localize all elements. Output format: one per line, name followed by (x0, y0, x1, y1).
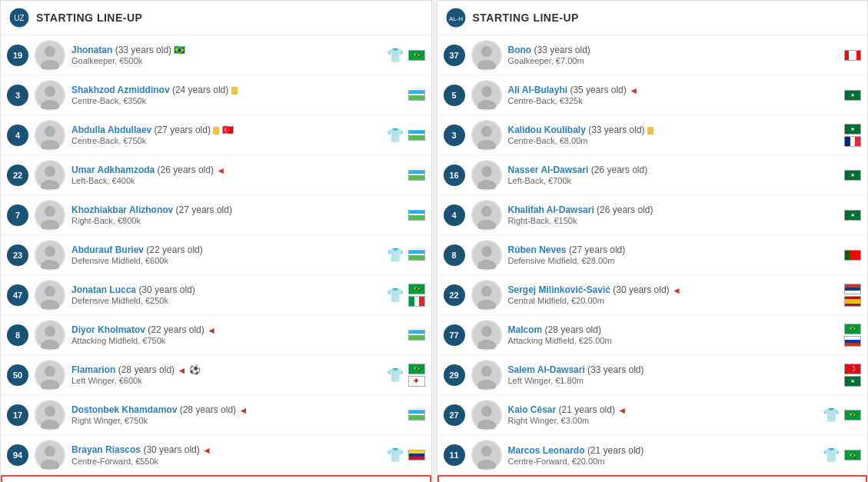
shirt-icon: 👕 (823, 447, 840, 464)
player-row: 3 Shakhzod Azmiddinov (24 years old) Cen… (1, 75, 431, 115)
player-flags (408, 330, 425, 341)
player-name[interactable]: Salem Al-Dawsari (33 years old) (508, 364, 817, 375)
flag-ca (844, 50, 861, 61)
player-flags (408, 90, 425, 101)
player-info: Flamarion (28 years old) ◄ ⚽Left Winger,… (72, 364, 387, 386)
player-avatar (471, 200, 502, 231)
player-name[interactable]: Nasser Al-Dawsari (26 years old) (508, 165, 817, 175)
player-name[interactable]: Marcos Leonardo (21 years old) (508, 445, 823, 456)
team2-panel: AL-H STARTING LINE-UP 37 Bono (33 years … (437, 0, 869, 482)
player-detail: Left-Back, €700k (508, 176, 817, 185)
player-number: 4 (7, 125, 28, 146)
team1-players-list: 19 Jhonatan (33 years old) 🇧🇷Goalkeeper,… (1, 35, 431, 475)
player-row: 27 Kaio César (21 years old) ◄Right Wing… (437, 395, 868, 435)
player-number: 5 (444, 85, 465, 106)
player-name[interactable]: Umar Adkhamzoda (26 years old) ◄ (72, 165, 381, 176)
shirt-icon: 👕 (387, 247, 404, 264)
flag-sa: ★ (844, 170, 861, 181)
flag-br: 🇧🇷 (408, 50, 425, 61)
team1-panel: UZ STARTING LINE-UP 19 Jhonatan (33 year… (0, 0, 432, 482)
player-info: Khalifah Al-Dawsari (26 years old)Right-… (508, 204, 817, 225)
player-name[interactable]: Jonatan Lucca (30 years old) (72, 284, 387, 295)
player-name[interactable]: Khalifah Al-Dawsari (26 years old) (508, 204, 817, 215)
team2-players-list: 37 Bono (33 years old)Goalkeeper, €7.00m… (437, 35, 868, 475)
player-number: 94 (7, 444, 28, 466)
flag-ge: ✚ (408, 376, 425, 387)
player-row: 4 Khalifah Al-Dawsari (26 years old)Righ… (437, 195, 868, 235)
flag-uz (408, 170, 425, 181)
player-row: 8 Diyor Kholmatov (22 years old) ◄Attack… (1, 315, 431, 355)
player-name[interactable]: Malcom (28 years old) (508, 324, 817, 335)
player-flags: ★ (844, 90, 861, 101)
player-info: Abdulla Abdullaev (27 years old) 🇹🇷Centr… (72, 125, 387, 145)
player-row: 11 Marcos Leonardo (21 years old)Centre-… (437, 435, 868, 475)
svg-text:UZ: UZ (14, 14, 24, 22)
shirt-icon: 👕 (387, 47, 404, 64)
player-name[interactable]: Rúben Neves (27 years old) (508, 244, 817, 255)
flag-uz (408, 330, 425, 341)
player-name[interactable]: Ali Al-Bulayhi (35 years old) ◄ (508, 85, 817, 96)
player-detail: Centre-Back, €750k (72, 136, 387, 145)
player-row: 29 Salem Al-Dawsari (33 years old)Left W… (437, 355, 868, 395)
player-name[interactable]: Kaio César (21 years old) ◄ (508, 404, 823, 416)
player-detail: Centre-Back, €325k (508, 96, 817, 105)
player-name[interactable]: Khozhiakbar Alizhonov (27 years old) (72, 204, 381, 215)
player-icons: 👕 (387, 367, 404, 384)
main-container: UZ STARTING LINE-UP 19 Jhonatan (33 year… (0, 0, 868, 482)
svg-point-44 (481, 126, 492, 137)
player-name[interactable]: Flamarion (28 years old) ◄ ⚽ (72, 364, 387, 376)
player-number: 16 (444, 165, 465, 186)
player-number: 3 (7, 85, 28, 106)
player-name[interactable]: Shakhzod Azmiddinov (24 years old) (72, 85, 381, 95)
player-info: Umar Adkhamzoda (26 years old) ◄Left-Bac… (72, 165, 381, 186)
player-flags (408, 250, 425, 261)
player-flags (408, 170, 425, 181)
flag-es (844, 296, 861, 307)
player-avatar (35, 360, 65, 391)
player-avatar (35, 40, 65, 71)
player-flags: ★ (844, 210, 861, 221)
player-row: 3 Kalidou Koulibaly (33 years old) Centr… (437, 115, 868, 155)
flag-br: 🇧🇷 (844, 410, 861, 421)
player-icons: 👕 (823, 447, 840, 464)
player-name[interactable]: Kalidou Koulibaly (33 years old) (508, 125, 817, 135)
player-row: 5 Ali Al-Bulayhi (35 years old) ◄Centre-… (437, 75, 868, 115)
player-name[interactable]: Abdurauf Buriev (22 years old) (72, 244, 387, 255)
svg-point-65 (481, 406, 492, 417)
svg-point-33 (45, 446, 55, 457)
flag-sa: ★ (844, 90, 861, 101)
player-number: 19 (7, 45, 28, 66)
player-detail: Right-Back, €150k (508, 216, 817, 225)
player-row: 94 Brayan Riascos (30 years old) ◄Centre… (1, 435, 431, 475)
player-name[interactable]: Brayan Riascos (30 years old) ◄ (72, 444, 387, 456)
player-flags: 🇧🇷 (844, 450, 861, 460)
flag-fr (844, 136, 861, 147)
shirt-icon: 👕 (387, 447, 404, 464)
player-name[interactable]: Sergej Milinković-Savić (30 years old) ◄ (508, 284, 817, 296)
player-info: Diyor Kholmatov (22 years old) ◄Attackin… (72, 324, 381, 346)
player-number: 11 (444, 444, 465, 466)
team1-title: STARTING LINE-UP (36, 12, 142, 24)
team1-footer: Foreigners: 4 (36.4%) Avg. age: 27.7 Pur… (1, 475, 431, 482)
player-name[interactable]: Jhonatan (33 years old) 🇧🇷 (72, 45, 387, 55)
player-name[interactable]: Diyor Kholmatov (22 years old) ◄ (72, 324, 381, 336)
flag-rs (844, 284, 861, 294)
player-name[interactable]: Bono (33 years old) (508, 45, 817, 55)
player-avatar (471, 240, 502, 271)
player-info: Dostonbek Khamdamov (28 years old) ◄Righ… (72, 404, 381, 426)
player-detail: Left-Back, €400k (72, 176, 381, 185)
svg-point-6 (45, 86, 55, 97)
player-name[interactable]: Dostonbek Khamdamov (28 years old) ◄ (72, 404, 381, 416)
player-info: Ali Al-Bulayhi (35 years old) ◄Centre-Ba… (508, 85, 817, 106)
player-name[interactable]: Abdulla Abdullaev (27 years old) 🇹🇷 (72, 125, 387, 135)
svg-point-62 (481, 366, 492, 377)
flag-sa: ★ (844, 376, 861, 387)
player-detail: Centre-Back, €350k (72, 96, 381, 105)
flag-br: 🇧🇷 (408, 284, 425, 294)
player-info: Jonatan Lucca (30 years old)Defensive Mi… (72, 284, 387, 305)
flag-uz (408, 130, 425, 141)
player-detail: Right Winger, €750k (72, 416, 381, 425)
player-info: Kaio César (21 years old) ◄Right Winger,… (508, 404, 823, 426)
flag-uz (408, 410, 425, 421)
player-info: Nasser Al-Dawsari (26 years old)Left-Bac… (508, 165, 817, 185)
